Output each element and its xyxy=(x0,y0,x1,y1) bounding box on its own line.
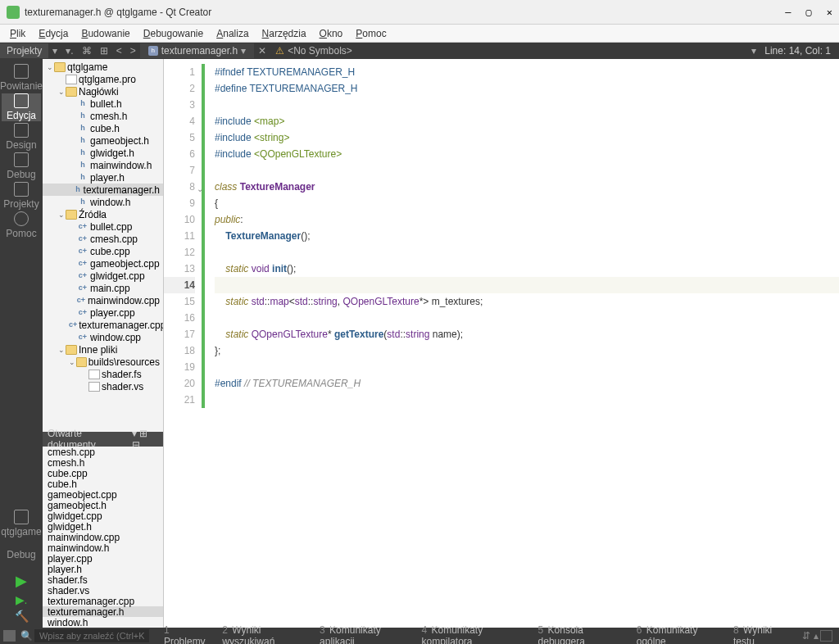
line-number[interactable]: 13 xyxy=(164,261,195,277)
line-number[interactable]: 11 xyxy=(164,228,195,244)
nav-fwd-icon[interactable]: > xyxy=(126,43,140,58)
output-pane-5[interactable]: 5 Konsola debuggera xyxy=(533,624,630,644)
status-up-icon[interactable]: ▴ xyxy=(814,630,819,642)
open-doc-item[interactable]: mainwindow.h xyxy=(43,542,163,553)
code-line[interactable]: #endif // TEXTUREMANAGER_H xyxy=(215,375,839,392)
tree-item[interactable]: hmainwindow.h xyxy=(43,159,163,171)
tree-item[interactable]: c+gameobject.cpp xyxy=(43,257,163,270)
nav-back-icon[interactable]: < xyxy=(112,43,126,58)
line-number[interactable]: 8⌄ xyxy=(164,179,195,195)
tree-item[interactable]: hgameobject.h xyxy=(43,134,163,147)
dropdown-icon[interactable]: ▾ xyxy=(48,43,61,58)
line-number[interactable]: 14 xyxy=(164,277,195,293)
output-pane-4[interactable]: 4 Komunikaty kompilatora xyxy=(416,624,531,644)
tree-twisty-icon[interactable]: ⌄ xyxy=(46,63,54,71)
open-doc-item[interactable]: shader.fs xyxy=(43,574,163,585)
tree-item[interactable]: ⌄builds\resources xyxy=(43,356,163,368)
menu-okno[interactable]: Okno xyxy=(315,26,348,41)
line-number[interactable]: 6 xyxy=(164,146,195,162)
line-number[interactable]: 9 xyxy=(164,195,195,211)
line-number[interactable]: 2 xyxy=(164,80,195,97)
output-pane-3[interactable]: 3 Komunikaty aplikacji xyxy=(315,624,415,644)
tree-item[interactable]: c+player.cpp xyxy=(43,306,163,319)
open-doc-item[interactable]: gameobject.cpp xyxy=(43,489,163,500)
code-line[interactable]: static void init(); xyxy=(215,261,839,277)
code-line[interactable]: #include <QOpenGLTexture> xyxy=(215,146,839,162)
code-line[interactable]: #include <map> xyxy=(215,113,839,129)
code-line[interactable]: static QOpenGLTexture* getTexture(std::s… xyxy=(215,326,839,342)
mode-debug[interactable]: Debug xyxy=(2,152,41,180)
output-pane-6[interactable]: 6 Komunikaty ogólne xyxy=(632,624,727,644)
line-number[interactable]: 21 xyxy=(164,392,195,408)
close-tab-icon[interactable]: ✕ xyxy=(254,43,270,58)
code-line[interactable]: public: xyxy=(215,211,839,228)
open-documents-header[interactable]: Otwarte dokumenty ▾ ⊞ ⊟ xyxy=(43,432,163,447)
line-number[interactable]: 5 xyxy=(164,129,195,146)
open-doc-item[interactable]: cube.cpp xyxy=(43,468,163,478)
tree-item[interactable]: ⌄Źródła xyxy=(43,208,163,220)
tree-item[interactable]: c+cube.cpp xyxy=(43,245,163,257)
open-doc-item[interactable]: mainwindow.cpp xyxy=(43,532,163,542)
tree-item[interactable]: hglwidget.h xyxy=(43,147,163,159)
tree-item[interactable]: hplayer.h xyxy=(43,171,163,184)
tree-item[interactable]: hbullet.h xyxy=(43,98,163,110)
filter-icon[interactable]: ▾. xyxy=(61,43,77,58)
open-documents-list[interactable]: cmesh.cppcmesh.hcube.cppcube.hgameobject… xyxy=(43,447,163,628)
code-line[interactable]: }; xyxy=(215,342,839,359)
mode-design[interactable]: Design xyxy=(2,123,41,151)
tree-twisty-icon[interactable]: ⌄ xyxy=(57,211,66,219)
maximize-button[interactable]: ▢ xyxy=(806,7,812,18)
mode-powitanie[interactable]: Powitanie xyxy=(2,64,41,92)
open-doc-item[interactable]: player.cpp xyxy=(43,553,163,564)
code-line[interactable] xyxy=(215,392,839,408)
line-number[interactable]: 12 xyxy=(164,244,195,261)
tree-item[interactable]: c+mainwindow.cpp xyxy=(43,294,163,306)
menu-budowanie[interactable]: Budowanie xyxy=(76,26,134,41)
close-button[interactable]: ✕ xyxy=(827,7,832,18)
line-number[interactable]: 17 xyxy=(164,326,195,342)
project-tree[interactable]: ⌄qtglgameqtglgame.pro⌄Nagłówkihbullet.hh… xyxy=(43,59,163,432)
line-number-gutter[interactable]: 12345678⌄9101112131415161718192021 xyxy=(164,59,202,628)
output-pane-1[interactable]: 1 Problemy xyxy=(159,624,215,644)
code-line[interactable]: class TextureManager xyxy=(215,179,839,195)
tree-item[interactable]: hcmesh.h xyxy=(43,110,163,122)
projects-pane-title[interactable]: Projekty xyxy=(0,43,48,58)
menu-plik[interactable]: Plik xyxy=(5,26,30,41)
line-number[interactable]: 18 xyxy=(164,342,195,359)
open-doc-item[interactable]: cmesh.cpp xyxy=(43,447,163,457)
line-number[interactable]: 7 xyxy=(164,162,195,179)
open-doc-item[interactable]: texturemanager.h xyxy=(43,606,163,617)
tree-item[interactable]: c+texturemanager.cpp xyxy=(43,319,163,331)
line-number[interactable]: 19 xyxy=(164,359,195,375)
open-doc-item[interactable]: glwidget.h xyxy=(43,521,163,532)
open-doc-item[interactable]: player.h xyxy=(43,564,163,574)
tree-twisty-icon[interactable]: ⌄ xyxy=(57,346,66,354)
code-editor[interactable]: 12345678⌄9101112131415161718192021 #ifnd… xyxy=(164,59,839,628)
line-number[interactable]: 16 xyxy=(164,310,195,326)
open-doc-item[interactable]: texturemanager.cpp xyxy=(43,596,163,606)
file-dropdown-icon[interactable]: ▾ xyxy=(241,45,246,57)
tree-item[interactable]: qtglgame.pro xyxy=(43,73,163,85)
tree-item[interactable]: hcube.h xyxy=(43,122,163,134)
minimize-button[interactable]: — xyxy=(785,7,791,18)
open-doc-item[interactable]: shader.vs xyxy=(43,585,163,596)
code-line[interactable] xyxy=(215,244,839,261)
run-button[interactable]: ▶ xyxy=(16,572,27,590)
open-doc-item[interactable]: cube.h xyxy=(43,478,163,489)
tree-item[interactable]: shader.vs xyxy=(43,380,163,392)
line-col-indicator[interactable]: Line: 14, Col: 1 xyxy=(756,43,839,58)
kit-selector[interactable]: qtglgame xyxy=(2,510,41,537)
code-line[interactable]: #include <string> xyxy=(215,129,839,146)
tree-twisty-icon[interactable]: ⌄ xyxy=(69,358,76,366)
line-number[interactable]: 20 xyxy=(164,375,195,392)
code-line[interactable] xyxy=(215,359,839,375)
tree-twisty-icon[interactable]: ⌄ xyxy=(57,88,66,96)
tree-item[interactable]: c+bullet.cpp xyxy=(43,220,163,233)
fold-icon[interactable]: ⌄ xyxy=(197,181,203,197)
code-line[interactable]: #ifndef TEXTUREMANAGER_H xyxy=(215,64,839,80)
link-icon[interactable]: ⌘ xyxy=(78,43,96,58)
open-doc-item[interactable]: glwidget.cpp xyxy=(43,510,163,521)
mode-edycja[interactable]: Edycja xyxy=(2,93,41,121)
line-number[interactable]: 1 xyxy=(164,64,195,80)
tree-item[interactable]: c+cmesh.cpp xyxy=(43,233,163,245)
